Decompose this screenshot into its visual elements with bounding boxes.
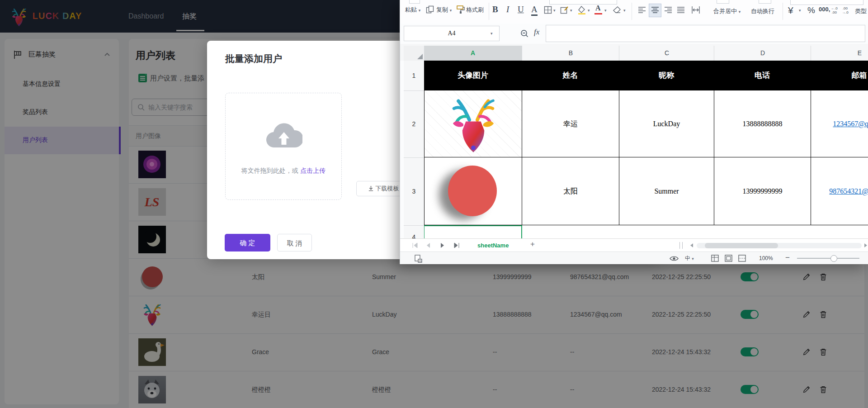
download-icon	[368, 185, 374, 191]
splitter-handle[interactable]	[679, 242, 683, 249]
fx-label: fx	[534, 28, 539, 37]
number-format-combobox[interactable]	[790, 0, 863, 5]
upload-dropzone[interactable]: 将文件拖到此处，或 点击上传	[225, 93, 342, 200]
page-layout-icon[interactable]	[725, 255, 732, 262]
horizontal-scrollbar[interactable]	[697, 243, 862, 248]
cell-email-link[interactable]: 987654321@qq.com	[811, 157, 868, 225]
sheet-header-cell: 姓名	[522, 61, 619, 90]
last-sheet-icon[interactable]	[453, 242, 460, 248]
cell-nickname: LuckDay	[619, 90, 714, 157]
dialog-title: 批量添加用户	[225, 52, 282, 65]
screen: LUCK DAY Dashboard 抽奖 巨幕抽奖 基本信息设置 奖品列表 用…	[0, 0, 868, 408]
sheet-tab-bar: sheetName +	[400, 238, 868, 252]
name-box[interactable]: A4	[404, 26, 500, 41]
svg-text:JS: JS	[418, 260, 421, 262]
wrap-icon	[759, 0, 771, 4]
row-header-3[interactable]: 3	[404, 157, 424, 226]
sheet-tab[interactable]: sheetName	[477, 239, 509, 252]
select-all-corner[interactable]	[404, 46, 424, 61]
row-header-1[interactable]: 1	[404, 61, 424, 91]
red-circle-image	[448, 166, 497, 216]
sheet-header-row: 头像图片 姓名 昵称 电话 邮箱	[424, 61, 868, 90]
zoom-formula-icon[interactable]	[520, 29, 529, 38]
eye-protect-icon[interactable]	[670, 256, 679, 261]
column-header-b[interactable]: B	[522, 46, 619, 61]
drop-text: 将文件拖到此处，或	[241, 167, 298, 174]
strikethrough-button[interactable]: A	[531, 5, 538, 16]
formula-input[interactable]	[546, 25, 865, 42]
first-sheet-icon[interactable]	[412, 242, 418, 248]
sheet-row: 幸运 LuckDay 13888888888 1234567@qq.com	[424, 90, 868, 157]
confirm-button[interactable]: 确 定	[225, 234, 270, 251]
format-painter-button[interactable]: 格式刷	[466, 5, 484, 14]
increase-decimal-button[interactable]: ←.0 .00	[831, 6, 838, 14]
next-sheet-icon[interactable]	[440, 242, 445, 248]
scroll-right-icon[interactable]	[863, 243, 868, 248]
percent-button[interactable]: %	[807, 5, 815, 15]
cell-email-link[interactable]: 1234567@qq.com	[811, 90, 868, 157]
align-justify-icon[interactable]	[677, 6, 685, 14]
copy-button[interactable]: 复制 ▾	[436, 5, 452, 15]
formula-bar: A4 ▾ fx	[400, 24, 868, 44]
paste-button[interactable]: 粘贴 ▾	[405, 5, 420, 15]
sheet-grid[interactable]: 头像图片 姓名 昵称 电话 邮箱 幸运 LuckDay 13888888888 …	[424, 61, 868, 238]
zoom-out-button[interactable]: −	[785, 253, 790, 262]
cancel-button[interactable]: 取 消	[277, 234, 312, 251]
cell-name: 幸运	[522, 90, 619, 157]
page-break-icon[interactable]	[738, 255, 746, 262]
thousands-button[interactable]: 000,	[819, 6, 830, 13]
ribbon-toolbar: 粘贴 ▾ 复制 ▾ 格式刷 B I U A ▾ ▾ ▾ A ▾ ▾	[400, 0, 868, 24]
fill-color-icon[interactable]	[577, 5, 586, 14]
borders-icon[interactable]	[544, 6, 552, 14]
column-header-a[interactable]: A	[424, 46, 522, 62]
cell-phone: 13888888888	[714, 90, 811, 157]
scroll-left-icon[interactable]	[689, 243, 694, 248]
cell-phone: 13999999999	[714, 157, 811, 225]
row-header-strip: 1 2 3 4	[404, 61, 425, 238]
row-header-2[interactable]: 2	[404, 90, 424, 158]
cell-nickname: Summer	[619, 157, 714, 225]
selected-cell-a4[interactable]	[424, 225, 522, 238]
type-convert-button[interactable]: 类型	[855, 7, 867, 16]
status-bar: JS 中 ▾ 100% −	[400, 251, 868, 264]
wrap-text-button[interactable]: 自动换行	[751, 7, 774, 16]
indent-icon[interactable]	[691, 5, 700, 14]
align-right-icon[interactable]	[664, 6, 672, 14]
scrollbar-thumb[interactable]	[705, 243, 778, 248]
currency-button[interactable]: ¥	[788, 5, 793, 16]
merge-center-button[interactable]: 合并居中 ▾	[713, 7, 741, 16]
click-to-upload-link[interactable]: 点击上传	[300, 167, 326, 174]
zoom-slider-track[interactable]	[797, 258, 859, 259]
underline-button[interactable]: U	[518, 5, 524, 14]
cell-avatar-red-circle	[425, 157, 522, 225]
zoom-level-label: 100%	[759, 252, 773, 264]
column-header-c[interactable]: C	[619, 46, 714, 61]
cell-name: 太阳	[522, 157, 619, 225]
sheet-header-cell: 电话	[714, 61, 811, 90]
prev-sheet-icon[interactable]	[425, 242, 431, 248]
eraser-icon[interactable]	[613, 6, 622, 14]
draw-border-icon[interactable]	[560, 6, 568, 14]
spreadsheet-window: 粘贴 ▾ 复制 ▾ 格式刷 B I U A ▾ ▾ ▾ A ▾ ▾	[400, 0, 868, 264]
row-header-4[interactable]: 4	[404, 225, 424, 238]
view-mode-button[interactable]: 中 ▾	[685, 252, 694, 264]
normal-view-icon[interactable]	[711, 255, 719, 262]
font-color-icon[interactable]: A	[595, 4, 601, 12]
font-name-combobox[interactable]	[549, 0, 617, 5]
copy-icon	[426, 5, 434, 14]
column-header-e[interactable]: E	[811, 46, 868, 61]
add-sheet-button[interactable]: +	[530, 240, 535, 249]
paste-icon	[409, 0, 420, 4]
zoom-slider-knob[interactable]	[830, 255, 837, 262]
sheet-header-cell: 头像图片	[424, 61, 522, 90]
decrease-decimal-button[interactable]: .00 →.0	[842, 6, 849, 14]
align-center-icon	[651, 6, 659, 14]
column-header-d[interactable]: D	[714, 46, 811, 61]
italic-button[interactable]: I	[506, 5, 509, 14]
paste-options-icon[interactable]: JS	[414, 254, 423, 263]
bold-button[interactable]: B	[492, 5, 498, 14]
name-box-dropdown[interactable]: ▾	[491, 31, 493, 36]
sheet-header-cell: 邮箱	[811, 61, 868, 90]
align-center-button[interactable]	[649, 4, 661, 17]
align-left-icon[interactable]	[638, 6, 646, 14]
